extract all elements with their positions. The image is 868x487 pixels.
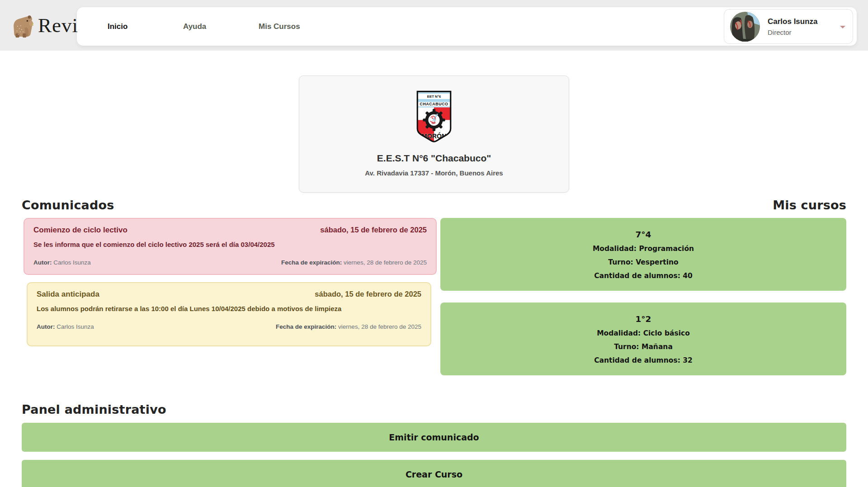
announcement-date: sábado, 15 de febrero de 2025 (315, 290, 421, 298)
comunicados-section: Comunicados Comienzo de ciclo lectivo sá… (22, 198, 434, 387)
school-crest: EET N°6 CHACABUCO (415, 90, 453, 144)
announcement-title: Salida anticipada (37, 290, 99, 299)
avatar (730, 12, 760, 42)
emitir-comunicado-button[interactable]: Emitir comunicado (22, 423, 846, 452)
course-card[interactable]: 1°2 Modalidad: Ciclo básico Turno: Mañan… (440, 303, 846, 375)
nav-item-mis-cursos[interactable]: Mis Cursos (259, 22, 334, 31)
header: Revi Inicio Ayuda Mis Cursos (0, 0, 868, 51)
user-info: Carlos Isunza Director (768, 17, 818, 36)
announcement-date: sábado, 15 de febrero de 2025 (320, 226, 427, 234)
user-name: Carlos Isunza (768, 17, 818, 26)
brand-name: Revi (38, 14, 78, 37)
crear-curso-button[interactable]: Crear Curso (22, 460, 846, 487)
mis-cursos-heading: Mis cursos (440, 198, 846, 212)
announcement-title: Comienzo de ciclo lectivo (33, 226, 127, 235)
comunicados-heading: Comunicados (22, 198, 434, 212)
admin-panel-heading: Panel administrativo (22, 402, 846, 416)
admin-panel: Panel administrativo Emitir comunicado C… (22, 402, 846, 487)
svg-text:CHACABUCO: CHACABUCO (420, 102, 448, 106)
announcement-expiry: Fecha de expiración: viernes, 28 de febr… (276, 323, 421, 330)
nav-item-inicio[interactable]: Inicio (108, 22, 183, 31)
course-alumnos: Cantidad de alumnos: 40 (445, 272, 842, 280)
announcement-body: Los alumnos podrán retirarse a las 10:00… (37, 305, 421, 312)
announcement-expiry: Fecha de expiración: viernes, 28 de febr… (281, 259, 427, 266)
user-role: Director (768, 28, 818, 36)
announcement-card-warning: Salida anticipada sábado, 15 de febrero … (27, 282, 431, 346)
school-name: E.E.S.T N°6 "Chacabuco" (299, 153, 569, 164)
course-modalidad: Modalidad: Ciclo básico (445, 329, 842, 337)
course-name: 1°2 (445, 314, 842, 324)
chevron-down-icon (840, 26, 845, 28)
announcement-author: Autor: Carlos Isunza (33, 259, 91, 266)
brand-logo[interactable]: Revi (12, 0, 78, 51)
main-nav: Inicio Ayuda Mis Cursos (108, 22, 334, 31)
nav-item-ayuda[interactable]: Ayuda (183, 22, 259, 31)
main-content: Comunicados Comienzo de ciclo lectivo sá… (22, 198, 846, 487)
capybara-icon (12, 13, 33, 38)
user-menu[interactable]: Carlos Isunza Director (724, 9, 853, 44)
course-modalidad: Modalidad: Programación (445, 245, 842, 253)
school-address: Av. Rivadavia 17337 - Morón, Buenos Aire… (299, 169, 569, 177)
nav-bar: Inicio Ayuda Mis Cursos Carlos Isunza (77, 7, 857, 46)
svg-text:MORÓN: MORÓN (422, 132, 446, 140)
course-turno: Turno: Mañana (445, 343, 842, 351)
course-alumnos: Cantidad de alumnos: 32 (445, 356, 842, 364)
school-card: EET N°6 CHACABUCO (299, 76, 569, 193)
course-card[interactable]: 7°4 Modalidad: Programación Turno: Vespe… (440, 218, 846, 291)
announcement-card-danger: Comienzo de ciclo lectivo sábado, 15 de … (24, 218, 437, 275)
svg-text:EET N°6: EET N°6 (427, 95, 441, 99)
announcement-body: Se les informa que el comienzo del ciclo… (33, 241, 427, 248)
course-name: 7°4 (445, 230, 842, 239)
announcement-author: Autor: Carlos Isunza (37, 323, 94, 330)
mis-cursos-section: Mis cursos 7°4 Modalidad: Programación T… (440, 198, 846, 387)
course-turno: Turno: Vespertino (445, 258, 842, 266)
